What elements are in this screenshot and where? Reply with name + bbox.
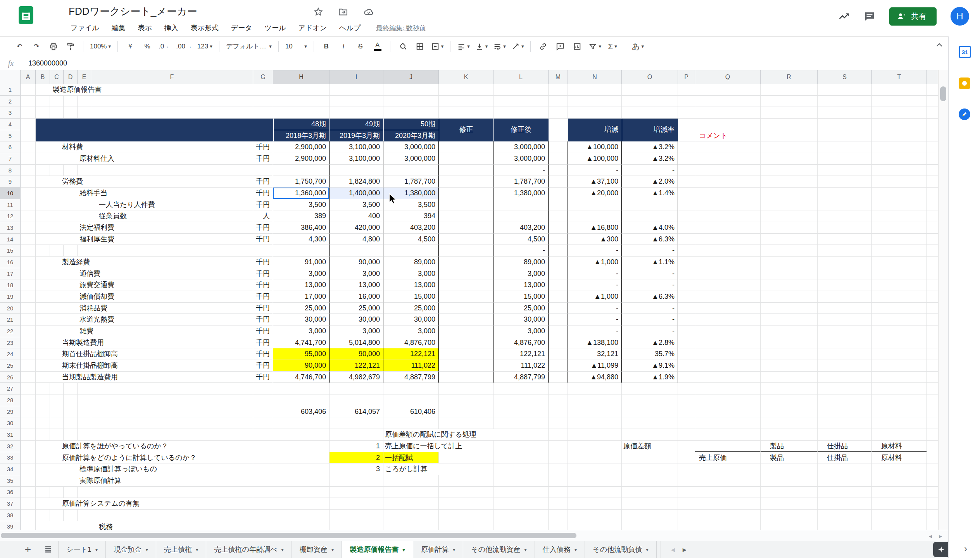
- cell-N12[interactable]: [568, 210, 622, 222]
- cell-L7[interactable]: 3,000,000: [493, 153, 549, 165]
- cell-P37[interactable]: [678, 498, 695, 510]
- cell-T14[interactable]: [872, 234, 927, 245]
- cell-N25[interactable]: ▲11,099: [568, 360, 622, 372]
- cell-M34[interactable]: [549, 463, 568, 475]
- cell-U5[interactable]: [927, 130, 938, 142]
- increase-decimal-button[interactable]: .00→: [173, 40, 195, 53]
- cell-P24[interactable]: [678, 348, 695, 360]
- cell-I21[interactable]: 30,000: [330, 314, 383, 326]
- cell-L32[interactable]: [493, 441, 549, 452]
- cell-L13[interactable]: 403,200: [493, 222, 549, 234]
- cell-C2[interactable]: [50, 96, 64, 107]
- cell-B5[interactable]: [36, 130, 273, 142]
- cell-Q18[interactable]: [695, 279, 761, 291]
- menu-item-1[interactable]: 編集: [107, 22, 130, 34]
- cell-T29[interactable]: [872, 406, 927, 418]
- cell-P10[interactable]: [678, 188, 695, 199]
- cell-I27[interactable]: [330, 383, 383, 394]
- cell-U9[interactable]: [927, 176, 938, 188]
- cell-U17[interactable]: [927, 268, 938, 280]
- cell-R33[interactable]: 製品: [761, 452, 818, 464]
- cell-P32[interactable]: [678, 441, 695, 452]
- cell-C36[interactable]: [50, 487, 64, 498]
- cell-H15[interactable]: [273, 245, 330, 257]
- cell-J22[interactable]: 3,000: [383, 326, 439, 337]
- cell-J6[interactable]: 3,000,000: [383, 141, 439, 153]
- cell-Q26[interactable]: [695, 372, 761, 383]
- decrease-decimal-button[interactable]: .0←: [156, 40, 173, 53]
- cell-P21[interactable]: [678, 314, 695, 326]
- row-header-13[interactable]: 13: [0, 222, 21, 234]
- cell-B38[interactable]: [36, 510, 50, 521]
- cell-B35[interactable]: 実際原価計算: [36, 475, 253, 487]
- cell-L30[interactable]: [493, 417, 549, 429]
- cell-A36[interactable]: [21, 487, 36, 498]
- cell-I8[interactable]: [330, 165, 383, 176]
- cell-A6[interactable]: [21, 141, 36, 153]
- cell-L16[interactable]: 89,000: [493, 257, 549, 268]
- cell-N3[interactable]: [568, 107, 622, 119]
- cell-Q21[interactable]: [695, 314, 761, 326]
- cell-G13[interactable]: 千円: [253, 222, 273, 234]
- cell-N19[interactable]: ▲1,000: [568, 291, 622, 303]
- column-header-N[interactable]: N: [568, 70, 622, 84]
- cell-G37[interactable]: [253, 498, 273, 510]
- last-edit-link[interactable]: 最終編集: 数秒前: [376, 22, 426, 34]
- cell-J27[interactable]: [383, 383, 439, 394]
- cell-R29[interactable]: [761, 406, 818, 418]
- cell-E30[interactable]: [78, 417, 91, 429]
- cell-S1[interactable]: [818, 84, 872, 96]
- cell-R11[interactable]: [761, 199, 818, 211]
- cell-B12[interactable]: 従業員数: [36, 210, 253, 222]
- cell-R38[interactable]: [761, 510, 818, 521]
- cell-T21[interactable]: [872, 314, 927, 326]
- cell-K35[interactable]: [439, 475, 493, 487]
- cell-D8[interactable]: [64, 165, 78, 176]
- cell-N17[interactable]: -: [568, 268, 622, 280]
- cell-B23[interactable]: 当期製造費用: [36, 337, 253, 349]
- cell-A29[interactable]: [21, 406, 36, 418]
- row-header-2[interactable]: 2: [0, 96, 21, 107]
- cell-I4[interactable]: 49期: [330, 119, 383, 130]
- cell-U2[interactable]: [927, 96, 938, 107]
- cell-A23[interactable]: [21, 337, 36, 349]
- cell-T39[interactable]: [872, 521, 927, 530]
- cell-U11[interactable]: [927, 199, 938, 211]
- cell-O11[interactable]: [622, 199, 678, 211]
- cell-G31[interactable]: [253, 429, 273, 441]
- cell-A17[interactable]: [21, 268, 36, 280]
- column-header-L[interactable]: L: [493, 70, 549, 84]
- cell-L12[interactable]: [493, 210, 549, 222]
- cell-L29[interactable]: [493, 406, 549, 418]
- cell-J15[interactable]: [383, 245, 439, 257]
- cell-R3[interactable]: [761, 107, 818, 119]
- cell-M24[interactable]: [549, 348, 568, 360]
- cell-H11[interactable]: 3,500: [273, 199, 330, 211]
- cell-I18[interactable]: 13,000: [330, 279, 383, 291]
- sheet-tab-menu-icon[interactable]: ▾: [95, 547, 98, 553]
- cell-P13[interactable]: [678, 222, 695, 234]
- row-header-15[interactable]: 15: [0, 245, 21, 257]
- cell-Q29[interactable]: [695, 406, 761, 418]
- cell-S24[interactable]: [818, 348, 872, 360]
- cell-R34[interactable]: [761, 463, 818, 475]
- row-header-5[interactable]: 5: [0, 130, 21, 142]
- cell-S21[interactable]: [818, 314, 872, 326]
- tab-scroll-right-icon[interactable]: ▸: [683, 545, 687, 554]
- cell-J5[interactable]: 2020年3月期: [383, 130, 439, 142]
- cell-A24[interactable]: [21, 348, 36, 360]
- cell-L11[interactable]: [493, 199, 549, 211]
- sheet-tab-menu-icon[interactable]: ▾: [453, 547, 455, 553]
- cell-S8[interactable]: [818, 165, 872, 176]
- cell-B13[interactable]: 法定福利費: [36, 222, 253, 234]
- cell-K26[interactable]: [439, 372, 493, 383]
- cell-J33[interactable]: 一括配賦: [383, 452, 439, 464]
- cell-J21[interactable]: 30,000: [383, 314, 439, 326]
- cell-O34[interactable]: [622, 463, 678, 475]
- cell-O37[interactable]: [622, 498, 678, 510]
- cell-H14[interactable]: 4,300: [273, 234, 330, 245]
- cell-N27[interactable]: [568, 383, 622, 394]
- cell-P7[interactable]: [678, 153, 695, 165]
- cell-P6[interactable]: [678, 141, 695, 153]
- cell-J9[interactable]: 1,787,700: [383, 176, 439, 188]
